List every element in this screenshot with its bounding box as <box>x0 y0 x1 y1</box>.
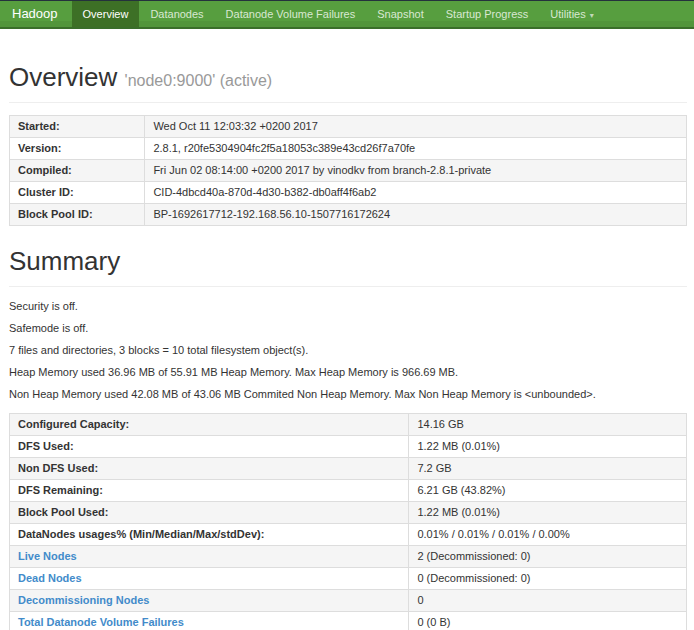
table-row: Block Pool ID: BP-1692617712-192.168.56.… <box>10 204 687 226</box>
table-row: Compiled: Fri Jun 02 08:14:00 +0200 2017… <box>10 160 687 182</box>
summary-status-text: Security is off. Safemode is off. 7 file… <box>9 300 687 400</box>
row-label: DataNodes usages% (Min/Median/Max/stdDev… <box>10 524 409 546</box>
overview-title-text: Overview <box>9 62 117 92</box>
non-heap-memory-status: Non Heap Memory used 42.08 MB of 43.06 M… <box>9 388 687 400</box>
table-row: Version: 2.8.1, r20fe5304904fc2f5a18053c… <box>10 138 687 160</box>
row-value: 6.21 GB (43.82%) <box>409 480 687 502</box>
row-value: BP-1692617712-192.168.56.10-150771617262… <box>145 204 687 226</box>
row-label: Dead Nodes <box>10 568 409 590</box>
row-value: CID-4dbcd40a-870d-4d30-b382-db0aff4f6ab2 <box>145 182 687 204</box>
navbar-menu: Overview Datanodes Datanode Volume Failu… <box>72 1 605 27</box>
row-label: Started: <box>10 116 145 138</box>
row-value: 1.22 MB (0.01%) <box>409 502 687 524</box>
summary-table: Configured Capacity: 14.16 GB DFS Used: … <box>9 413 687 630</box>
row-label: Total Datanode Volume Failures <box>10 612 409 630</box>
row-label: Cluster ID: <box>10 182 145 204</box>
nav-dropdown-utilities[interactable]: Utilities▾ <box>539 1 604 27</box>
table-row: Started: Wed Oct 11 12:03:32 +0200 2017 <box>10 116 687 138</box>
namenode-address-state: 'node0:9000' (active) <box>125 72 273 89</box>
row-value: 2.8.1, r20fe5304904fc2f5a18053c389e43cd2… <box>145 138 687 160</box>
row-label: Live Nodes <box>10 546 409 568</box>
row-label: Compiled: <box>10 160 145 182</box>
table-row: Total Datanode Volume Failures 0 (0 B) <box>10 612 687 630</box>
row-label: Block Pool ID: <box>10 204 145 226</box>
live-nodes-link[interactable]: Live Nodes <box>18 550 77 562</box>
filesystem-objects-status: 7 files and directories, 3 blocks = 10 t… <box>9 344 687 356</box>
row-label: Version: <box>10 138 145 160</box>
row-value: 0.01% / 0.01% / 0.01% / 0.00% <box>409 524 687 546</box>
nav-tab-startup-progress[interactable]: Startup Progress <box>435 1 540 27</box>
table-row: Configured Capacity: 14.16 GB <box>10 414 687 436</box>
table-row: Live Nodes 2 (Decommissioned: 0) <box>10 546 687 568</box>
table-row: Dead Nodes 0 (Decommissioned: 0) <box>10 568 687 590</box>
row-label: Decommissioning Nodes <box>10 590 409 612</box>
hadoop-brand-link[interactable]: Hadoop <box>0 1 72 27</box>
row-label: DFS Used: <box>10 436 409 458</box>
table-row: DFS Remaining: 6.21 GB (43.82%) <box>10 480 687 502</box>
row-value: 7.2 GB <box>409 458 687 480</box>
row-value: Wed Oct 11 12:03:32 +0200 2017 <box>145 116 687 138</box>
row-label: Non DFS Used: <box>10 458 409 480</box>
summary-header: Summary <box>9 246 687 287</box>
security-status: Security is off. <box>9 300 687 312</box>
row-value: 14.16 GB <box>409 414 687 436</box>
heap-memory-status: Heap Memory used 36.96 MB of 55.91 MB He… <box>9 366 687 378</box>
table-row: Decommissioning Nodes 0 <box>10 590 687 612</box>
table-row: Cluster ID: CID-4dbcd40a-870d-4d30-b382-… <box>10 182 687 204</box>
utilities-label: Utilities <box>550 8 585 20</box>
overview-header: Overview 'node0:9000' (active) <box>9 62 687 103</box>
table-row: Non DFS Used: 7.2 GB <box>10 458 687 480</box>
total-datanode-volume-failures-link[interactable]: Total Datanode Volume Failures <box>18 616 184 628</box>
table-row: DataNodes usages% (Min/Median/Max/stdDev… <box>10 524 687 546</box>
row-label: Configured Capacity: <box>10 414 409 436</box>
dead-nodes-link[interactable]: Dead Nodes <box>18 572 82 584</box>
nav-tab-snapshot[interactable]: Snapshot <box>366 1 434 27</box>
table-row: DFS Used: 1.22 MB (0.01%) <box>10 436 687 458</box>
row-label: Block Pool Used: <box>10 502 409 524</box>
decommissioning-nodes-link[interactable]: Decommissioning Nodes <box>18 594 149 606</box>
row-value: 1.22 MB (0.01%) <box>409 436 687 458</box>
caret-down-icon: ▾ <box>590 11 594 20</box>
nav-tab-overview[interactable]: Overview <box>72 1 140 27</box>
row-value: 2 (Decommissioned: 0) <box>409 546 687 568</box>
safemode-status: Safemode is off. <box>9 322 687 334</box>
row-label: DFS Remaining: <box>10 480 409 502</box>
top-navbar: Hadoop Overview Datanodes Datanode Volum… <box>0 0 694 29</box>
row-value: Fri Jun 02 08:14:00 +0200 2017 by vinodk… <box>145 160 687 182</box>
summary-title: Summary <box>9 246 687 277</box>
overview-title: Overview 'node0:9000' (active) <box>9 62 687 93</box>
row-value: 0 (Decommissioned: 0) <box>409 568 687 590</box>
namenode-info-table: Started: Wed Oct 11 12:03:32 +0200 2017 … <box>9 115 687 226</box>
row-value: 0 (0 B) <box>409 612 687 630</box>
nav-tab-datanode-volume-failures[interactable]: Datanode Volume Failures <box>215 1 367 27</box>
table-row: Block Pool Used: 1.22 MB (0.01%) <box>10 502 687 524</box>
row-value: 0 <box>409 590 687 612</box>
nav-tab-datanodes[interactable]: Datanodes <box>139 1 214 27</box>
main-content: Overview 'node0:9000' (active) Started: … <box>0 62 694 630</box>
